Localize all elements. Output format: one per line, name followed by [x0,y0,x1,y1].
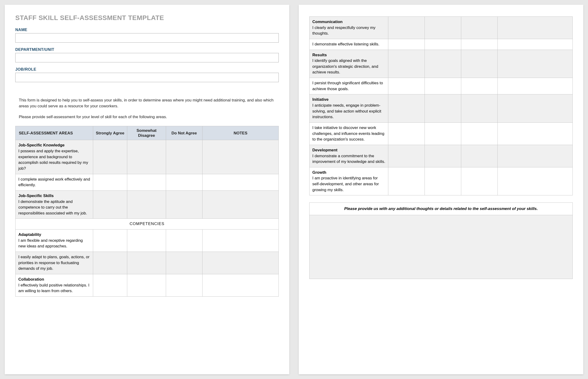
notes-cell[interactable] [203,140,279,174]
table-row: AdaptabilityI am flexible and receptive … [15,230,279,252]
somewhat-disagree-cell[interactable] [425,39,461,50]
somewhat-disagree-cell[interactable] [127,274,166,296]
do-not-agree-cell[interactable] [461,122,498,145]
strongly-agree-cell[interactable] [93,140,127,174]
notes-cell[interactable] [498,95,573,123]
notes-cell[interactable] [498,167,573,195]
notes-cell[interactable] [203,274,279,296]
row-description: CommunicationI clearly and respectfully … [309,17,388,39]
row-text: I am flexible and receptive regarding ne… [18,238,83,249]
row-text: I am proactive in identifying areas for … [312,176,379,192]
table-row: Job-Specific KnowledgeI possess and appl… [15,140,279,174]
department-label: DEPARTMENT/UNIT [15,47,279,52]
strongly-agree-cell[interactable] [93,190,127,219]
do-not-agree-cell[interactable] [461,39,498,50]
row-heading: Communication [312,19,342,24]
strongly-agree-cell[interactable] [388,145,425,167]
row-description: GrowthI am proactive in identifying area… [309,167,388,195]
notes-cell[interactable] [203,174,279,190]
do-not-agree-cell[interactable] [461,50,498,78]
notes-cell[interactable] [498,50,573,78]
intro-paragraph-2: Please provide self-assessment for your … [19,114,274,120]
additional-thoughts-box: Please provide us with any additional th… [309,203,573,279]
intro-paragraph-1: This form is designed to help you to sel… [19,97,274,109]
do-not-agree-cell[interactable] [461,95,498,123]
strongly-agree-cell[interactable] [388,78,425,95]
somewhat-disagree-cell[interactable] [425,50,461,78]
competencies-section-row: COMPETENCIES [15,219,279,230]
strongly-agree-cell[interactable] [93,230,127,252]
additional-thoughts-textarea[interactable] [311,217,571,276]
strongly-agree-cell[interactable] [388,122,425,145]
row-heading: Development [312,148,338,152]
row-heading: Collaboration [18,277,44,282]
role-input[interactable] [15,73,279,82]
strongly-agree-cell[interactable] [388,50,425,78]
somewhat-disagree-cell[interactable] [127,140,166,174]
somewhat-disagree-cell[interactable] [425,145,461,167]
do-not-agree-cell[interactable] [166,274,203,296]
do-not-agree-cell[interactable] [166,252,203,274]
somewhat-disagree-cell[interactable] [425,95,461,123]
assessment-table-page2: CommunicationI clearly and respectfully … [309,16,573,195]
strongly-agree-cell[interactable] [388,39,425,50]
do-not-agree-cell[interactable] [166,140,203,174]
notes-cell[interactable] [203,230,279,252]
notes-cell[interactable] [498,122,573,145]
row-description: I take initiative to discover new work c… [309,122,388,145]
name-input[interactable] [15,33,279,43]
table-row: CommunicationI clearly and respectfully … [309,17,573,39]
row-text: I effectively build positive relationshi… [18,283,89,293]
strongly-agree-cell[interactable] [93,252,127,274]
row-description: ResultsI identify goals aligned with the… [309,50,388,78]
somewhat-disagree-cell[interactable] [127,190,166,219]
notes-cell[interactable] [498,17,573,39]
row-description: I demonstrate effective listening skills… [309,39,388,50]
do-not-agree-cell[interactable] [461,145,498,167]
somewhat-disagree-cell[interactable] [425,78,461,95]
somewhat-disagree-cell[interactable] [425,167,461,195]
row-heading: Job-Specific Knowledge [18,143,64,147]
row-description: InitiativeI anticipate needs, engage in … [309,95,388,123]
table-row: ResultsI identify goals aligned with the… [309,50,573,78]
row-text: I persist through significant difficulti… [312,81,383,91]
col-header-do-not-agree: Do Not Agree [166,126,203,140]
name-label: NAME [15,28,279,32]
strongly-agree-cell[interactable] [388,95,425,123]
row-heading: Results [312,53,327,57]
somewhat-disagree-cell[interactable] [127,230,166,252]
do-not-agree-cell[interactable] [461,167,498,195]
notes-cell[interactable] [203,190,279,219]
strongly-agree-cell[interactable] [388,17,425,39]
somewhat-disagree-cell[interactable] [127,174,166,190]
notes-cell[interactable] [498,39,573,50]
additional-thoughts-prompt: Please provide us with any additional th… [309,203,573,215]
notes-cell[interactable] [498,78,573,95]
row-text: I demonstrate the aptitude and competenc… [18,199,87,215]
row-text: I take initiative to discover new work c… [312,126,384,142]
col-header-somewhat-disagree: Somewhat Disagree [127,126,166,140]
table-row: I demonstrate effective listening skills… [309,39,573,50]
do-not-agree-cell[interactable] [166,230,203,252]
strongly-agree-cell[interactable] [388,167,425,195]
page-2: CommunicationI clearly and respectfully … [299,5,583,374]
department-input[interactable] [15,53,279,62]
notes-cell[interactable] [203,252,279,274]
col-header-notes: NOTES [203,126,279,140]
row-text: I clearly and respectfully convey my tho… [312,25,375,36]
notes-cell[interactable] [498,145,573,167]
row-text: I demonstrate a commitment to the improv… [312,154,385,164]
table-row: GrowthI am proactive in identifying area… [309,167,573,195]
somewhat-disagree-cell[interactable] [425,17,461,39]
strongly-agree-cell[interactable] [93,174,127,190]
do-not-agree-cell[interactable] [166,190,203,219]
row-description: CollaborationI effectively build positiv… [15,274,93,296]
do-not-agree-cell[interactable] [166,174,203,190]
row-heading: Adaptability [18,232,41,237]
do-not-agree-cell[interactable] [461,17,498,39]
row-text: I easily adapt to plans, goals, actions,… [18,255,89,271]
do-not-agree-cell[interactable] [461,78,498,95]
strongly-agree-cell[interactable] [93,274,127,296]
somewhat-disagree-cell[interactable] [127,252,166,274]
somewhat-disagree-cell[interactable] [425,122,461,145]
